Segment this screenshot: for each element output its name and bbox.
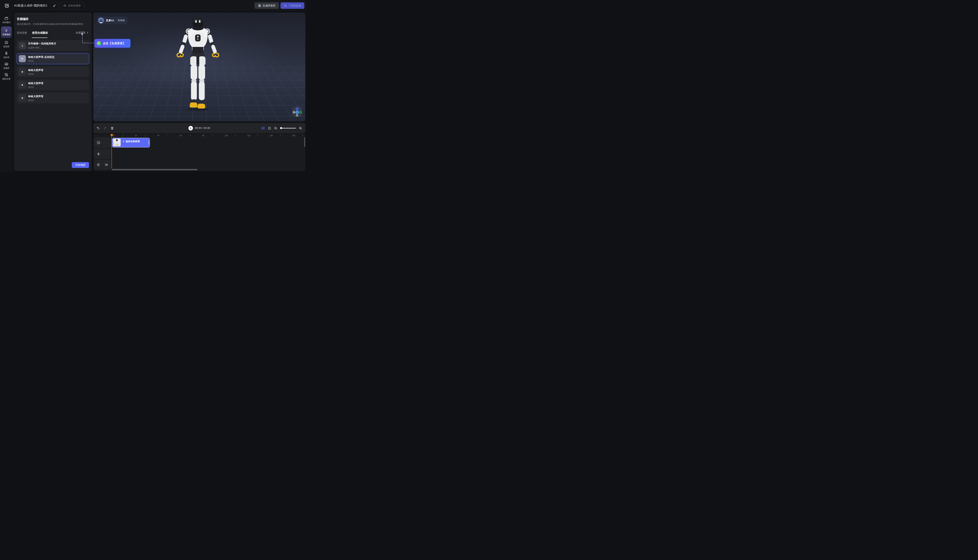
horizontal-scrollbar[interactable] — [112, 169, 197, 170]
save-button[interactable]: 合成并保存 — [254, 2, 279, 9]
robot-avatar — [98, 18, 104, 23]
clapperboard-icon — [4, 16, 8, 20]
panel-description: 通过音频处理，生成音频素材以及融合动作和表情的音频编排素材 — [17, 23, 89, 26]
deploy-button-label: 下发到设备 — [289, 4, 301, 7]
audio-item-duration: 00:03 — [28, 86, 43, 88]
save-disk-icon — [258, 4, 261, 7]
sidebar-item-audio-library[interactable]: 音频库 — [0, 60, 13, 71]
time-display: 00:00 / 00:30 — [195, 127, 210, 130]
robot-model-badge[interactable]: 灵犀X2 青春版 — [97, 17, 127, 24]
audio-item-duration: 00:03 — [28, 73, 43, 75]
play-icon[interactable] — [19, 55, 26, 62]
panel-title: 音频编排 — [17, 17, 89, 21]
rename-project-button[interactable] — [51, 2, 58, 9]
guide-connector-dot — [81, 33, 83, 35]
file-status-label: 文件未保存 — [68, 4, 81, 7]
robot-name: 灵犀X2 — [106, 19, 114, 22]
clip-trim-handle-left[interactable] — [113, 141, 113, 145]
file-status-button[interactable]: 文件未保存 — [60, 2, 84, 9]
audio-item-duration: 00:03 — [28, 99, 43, 102]
sidebar-item-motion-mimic[interactable]: 动作模仿 — [0, 15, 13, 25]
ruler-label: 10f — [225, 134, 228, 137]
sidebar-item-label: 音频库 — [3, 67, 10, 70]
playhead-handle[interactable] — [110, 134, 113, 137]
audio-item-duration: 00:03 — [28, 60, 54, 62]
tab-add-audio[interactable]: 添加音频 — [17, 31, 27, 35]
sidebar-item-my-tasks[interactable]: 我的任务 — [0, 71, 13, 82]
sparkles-icon — [19, 42, 26, 49]
delete-clip-button[interactable] — [110, 127, 114, 130]
timeline-tracks[interactable]: 0f2f4f6f8f10f12f14f16f — [93, 134, 305, 171]
svg-text:X: X — [300, 111, 301, 113]
audio-material-list: 百年难得一见的练武奇才 生成中 30% ... 哈哈大笑声音-点击状态 00:0… — [17, 40, 89, 103]
redo-button[interactable] — [103, 127, 107, 130]
guide-tooltip[interactable]: 1 点击【合成语音】 — [95, 39, 130, 48]
ruler-tick — [302, 135, 303, 137]
audio-item-title: 哈哈大笑声音-点击状态 — [28, 55, 54, 59]
save-button-label: 合成并保存 — [263, 4, 275, 7]
robot-download-icon — [284, 4, 287, 7]
undo-button[interactable] — [97, 127, 100, 130]
track-header-motion[interactable] — [94, 149, 111, 159]
axis-gizmo[interactable]: Z X Y — [292, 107, 302, 117]
sidebar-item-label: 动作库 — [3, 56, 10, 59]
pencil-icon — [53, 4, 56, 7]
robot-edition: 青春版 — [118, 19, 125, 22]
play-icon[interactable] — [19, 68, 26, 75]
deploy-to-device-button[interactable]: 下发到设备 — [280, 2, 304, 9]
play-icon[interactable] — [19, 81, 26, 88]
zoom-in-icon[interactable] — [299, 127, 302, 130]
clip-trim-handle-right[interactable] — [149, 141, 149, 145]
robot-viewport[interactable]: 灵犀X2 青春版 1 点击【合成语音】 Z X Y — [93, 13, 305, 122]
app-logo-icon — [4, 3, 9, 8]
audio-item-generating[interactable]: 百年难得一见的练武奇才 生成中 30% ... — [17, 40, 89, 51]
top-bar: A1机器人动作-我的项目1 文件未保存 合成并保存 — [0, 0, 307, 11]
clip-thumbnail — [113, 138, 121, 147]
audio-item[interactable]: 哈哈大笑声音 00:03 — [17, 67, 89, 77]
start-arrange-button[interactable]: 开始编排 — [72, 162, 89, 168]
ruler-tick — [235, 135, 235, 137]
panel-tabs: 添加音频 使用合成素材 合成语音 — [17, 31, 89, 35]
audio-item-title: 哈哈大笑声音 — [28, 95, 43, 98]
track-header-expression[interactable] — [94, 137, 111, 148]
tab-use-synth-material[interactable]: 使用合成素材 — [32, 31, 48, 35]
timeline-ruler[interactable]: 0f2f4f6f8f10f12f14f16f — [93, 134, 305, 137]
zoom-slider-thumb[interactable] — [280, 127, 282, 129]
guide-step-badge: 1 — [97, 41, 101, 45]
ruler-label: 14f — [270, 134, 273, 137]
audio-item-title: 哈哈大笑声音 — [28, 82, 43, 85]
person-icon — [4, 51, 8, 55]
timeline-zoom-slider[interactable] — [280, 128, 296, 128]
guide-connector-hline — [83, 43, 94, 43]
fit-width-button[interactable] — [268, 127, 271, 130]
zoom-out-icon[interactable] — [274, 127, 277, 130]
sidebar-item-label: 音频编排 — [2, 33, 10, 36]
track-header-audio[interactable] — [94, 160, 111, 170]
robot-model[interactable] — [174, 18, 222, 111]
synth-voice-label: 合成语音 — [76, 31, 85, 34]
svg-text:Z: Z — [297, 108, 298, 110]
sidebar-item-expression-library[interactable]: 表情库 — [0, 39, 13, 50]
wink-face-icon — [97, 141, 100, 145]
ruler-tick — [168, 135, 168, 137]
audio-item-selected[interactable]: 哈哈大笑声音-点击状态 00:03 — [17, 53, 89, 64]
fit-view-button[interactable] — [261, 126, 265, 130]
active-tab-underline — [32, 38, 48, 38]
ruler-label: 2f — [135, 134, 137, 137]
audio-item-title: 哈哈大笑声音 — [28, 68, 43, 72]
ruler-label: 6f — [180, 134, 182, 137]
playhead-line[interactable] — [112, 134, 112, 169]
timeline-clip-walk-pose[interactable]: 超帅走路姿势 — [112, 138, 150, 147]
sidebar-item-motion-library[interactable]: 动作库 — [0, 50, 13, 60]
play-button[interactable] — [189, 126, 193, 130]
sidebar-item-label: 表情库 — [3, 45, 10, 48]
audio-arrange-panel: 音频编排 通过音频处理，生成音频素材以及融合动作和表情的音频编排素材 添加音频 … — [14, 13, 92, 171]
sidebar-item-audio-arrange[interactable]: 音频编排 — [1, 27, 12, 38]
audio-item[interactable]: 哈哈大笑声音 00:03 — [17, 80, 89, 90]
audio-item[interactable]: 哈哈大笑声音 00:03 — [17, 93, 89, 103]
ruler-tick — [280, 135, 280, 137]
svg-text:Y: Y — [296, 111, 298, 113]
vertical-scrollbar[interactable] — [304, 137, 305, 147]
play-icon[interactable] — [19, 95, 26, 102]
music-library-icon — [4, 62, 8, 66]
